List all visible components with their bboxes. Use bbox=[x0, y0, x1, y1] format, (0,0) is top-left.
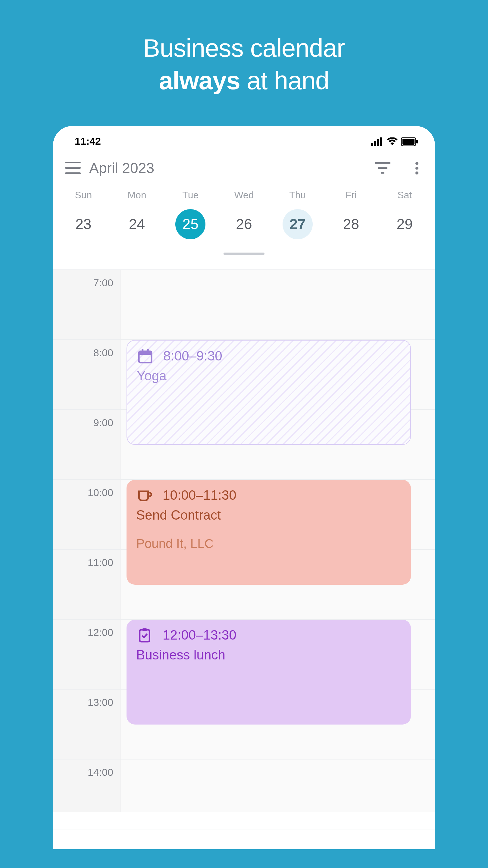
day-col-fri[interactable]: Fri28 bbox=[324, 190, 378, 239]
promo-line2-rest: at hand bbox=[240, 66, 329, 95]
svg-rect-0 bbox=[371, 143, 373, 146]
status-bar: 11:42 bbox=[53, 126, 435, 152]
event-time: 8:00–9:30 bbox=[163, 348, 222, 364]
hour-label: 8:00 bbox=[53, 347, 113, 359]
event-send-contract[interactable]: 10:00–11:30Send ContractPound It, LLC bbox=[127, 479, 411, 584]
day-number[interactable]: 28 bbox=[336, 209, 366, 239]
day-col-wed[interactable]: Wed26 bbox=[217, 190, 271, 239]
week-row: Sun23Mon24Tue25Wed26Thu27Fri28Sat29 bbox=[53, 182, 435, 239]
day-name: Tue bbox=[164, 190, 217, 200]
svg-point-12 bbox=[415, 171, 418, 174]
day-number[interactable]: 27 bbox=[283, 209, 313, 239]
day-number[interactable]: 23 bbox=[68, 209, 98, 239]
svg-rect-5 bbox=[402, 138, 415, 144]
svg-point-11 bbox=[415, 166, 418, 169]
calendar-icon bbox=[137, 347, 154, 364]
hour-label: 9:00 bbox=[53, 417, 113, 429]
day-name: Fri bbox=[324, 190, 378, 200]
day-name: Mon bbox=[110, 190, 164, 200]
day-col-tue[interactable]: Tue25 bbox=[164, 190, 217, 239]
hour-label: 10:00 bbox=[53, 487, 113, 499]
hour-label: 14:00 bbox=[53, 767, 113, 778]
day-col-thu[interactable]: Thu27 bbox=[271, 190, 324, 239]
phone-frame: 11:42 April 2023 Sun23Mon24Tue25Wed26Thu… bbox=[53, 126, 435, 849]
hour-label: 13:00 bbox=[53, 696, 113, 709]
svg-rect-3 bbox=[380, 137, 382, 146]
day-name: Sat bbox=[378, 190, 431, 200]
clipboard-check-icon bbox=[136, 627, 153, 644]
timeline[interactable]: 7:008:009:0010:0011:0012:0013:0014:008:0… bbox=[53, 269, 435, 812]
promo-line1: Business calendar bbox=[143, 34, 345, 62]
drag-handle[interactable] bbox=[224, 252, 264, 255]
day-name: Wed bbox=[217, 190, 271, 200]
status-time: 11:42 bbox=[75, 135, 101, 147]
hour-label: 12:00 bbox=[53, 627, 113, 639]
svg-rect-15 bbox=[141, 349, 143, 352]
svg-rect-2 bbox=[377, 139, 379, 146]
cup-icon bbox=[136, 487, 153, 504]
menu-icon[interactable] bbox=[65, 162, 81, 174]
status-icons bbox=[371, 137, 418, 146]
hour-label: 7:00 bbox=[53, 277, 113, 289]
event-yoga[interactable]: 8:00–9:30Yoga bbox=[127, 340, 411, 444]
svg-rect-16 bbox=[147, 349, 149, 352]
hour-label: 11:00 bbox=[53, 557, 113, 569]
day-name: Sun bbox=[57, 190, 110, 200]
wifi-icon bbox=[387, 137, 398, 146]
day-name: Thu bbox=[271, 190, 324, 200]
svg-rect-1 bbox=[374, 141, 376, 146]
day-number[interactable]: 24 bbox=[122, 209, 152, 239]
event-time: 10:00–11:30 bbox=[163, 487, 236, 503]
svg-rect-8 bbox=[378, 167, 387, 168]
month-label[interactable]: April 2023 bbox=[89, 159, 154, 176]
svg-rect-9 bbox=[381, 172, 384, 173]
promo-title: Business calendar always at hand bbox=[0, 0, 488, 97]
event-time: 12:00–13:30 bbox=[163, 627, 236, 643]
event-title: Yoga bbox=[137, 368, 401, 384]
day-col-sat[interactable]: Sat29 bbox=[378, 190, 431, 239]
day-col-mon[interactable]: Mon24 bbox=[110, 190, 164, 239]
svg-rect-7 bbox=[375, 162, 390, 164]
day-number[interactable]: 26 bbox=[229, 209, 259, 239]
more-icon[interactable] bbox=[410, 161, 424, 175]
day-number[interactable]: 25 bbox=[175, 209, 205, 239]
cellular-icon bbox=[371, 137, 383, 146]
event-title: Business lunch bbox=[136, 647, 401, 663]
svg-point-10 bbox=[415, 161, 418, 164]
promo-bold: always bbox=[159, 66, 240, 95]
event-subtitle: Pound It, LLC bbox=[136, 536, 401, 551]
svg-rect-18 bbox=[142, 628, 147, 631]
svg-rect-6 bbox=[416, 140, 418, 143]
event-title: Send Contract bbox=[136, 507, 401, 523]
day-number[interactable]: 29 bbox=[390, 209, 420, 239]
filter-icon[interactable] bbox=[375, 162, 390, 174]
day-col-sun[interactable]: Sun23 bbox=[57, 190, 110, 239]
app-header: April 2023 bbox=[53, 152, 435, 182]
battery-icon bbox=[401, 137, 418, 146]
event-business-lunch[interactable]: 12:00–13:30Business lunch bbox=[127, 619, 411, 724]
svg-rect-14 bbox=[139, 351, 152, 355]
